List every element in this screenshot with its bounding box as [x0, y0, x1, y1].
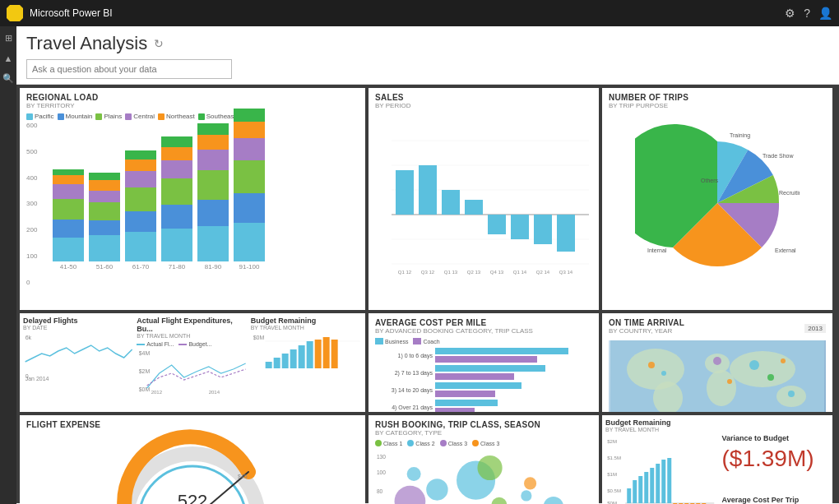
qa-input[interactable] [26, 59, 232, 79]
business-bar-14-20[interactable] [435, 382, 521, 389]
svg-text:Q2 14: Q2 14 [536, 270, 550, 275]
gauge-svg[interactable]: 0 645 522 10k $45 [110, 429, 275, 504]
bubble-1[interactable] [395, 486, 426, 504]
svg-rect-37[interactable] [265, 362, 271, 368]
svg-rect-72[interactable] [650, 468, 654, 503]
bubble-6[interactable] [477, 455, 502, 480]
bar-q1-14[interactable] [511, 215, 529, 239]
stacked-bar-chart[interactable]: 41-5051-6061-7071-8081-9091-100 [49, 122, 359, 274]
variance-label: Variance to Budget [722, 434, 827, 442]
svg-rect-43[interactable] [314, 340, 321, 368]
budget2-svg[interactable]: $2M $1.5M $1M $0.5M $0M ($0.5M) ($1M) [605, 435, 716, 504]
bar-q4-13[interactable] [488, 215, 506, 234]
svg-rect-42[interactable] [306, 341, 313, 368]
dot-7[interactable] [781, 358, 786, 363]
avg-cost-title: Average Cost Per Mile [375, 318, 592, 327]
bar-segment [161, 147, 192, 160]
svg-rect-39[interactable] [281, 354, 288, 368]
svg-rect-44[interactable] [322, 337, 329, 368]
bar-q1-13[interactable] [442, 190, 460, 215]
expenditure-sparkline[interactable]: $4M $2M $0M 2012 2014 [137, 349, 248, 394]
coach-bar-21plus[interactable] [435, 408, 475, 412]
bar-segment [53, 169, 84, 175]
svg-rect-73[interactable] [656, 464, 660, 503]
dot-3[interactable] [713, 357, 721, 365]
bar-group-71-80[interactable] [161, 136, 192, 261]
bubble-5[interactable] [524, 477, 536, 489]
svg-rect-41[interactable] [298, 345, 304, 368]
y-label: 0 [26, 279, 37, 286]
search-icon[interactable]: 🔍 [2, 73, 14, 84]
settings-icon[interactable]: ⚙ [785, 7, 795, 20]
dot-2[interactable] [661, 371, 666, 376]
legend-budget-color [178, 344, 187, 345]
coach-bar-14-20[interactable] [435, 391, 495, 397]
bar-q3-12[interactable] [419, 165, 437, 215]
dot-8[interactable] [788, 391, 795, 397]
pie-chart-svg[interactable]: Training Trade Show Recruiting Others In… [635, 121, 800, 285]
svg-text:6k: 6k [25, 335, 32, 340]
svg-rect-45[interactable] [331, 340, 337, 368]
bar-q1-12[interactable] [396, 170, 414, 215]
nav-icon[interactable]: ▲ [4, 53, 13, 63]
delayed-sparkline[interactable]: 6k 0 Jan 2014 [23, 333, 134, 382]
svg-text:External: External [775, 247, 796, 253]
svg-rect-70[interactable] [638, 476, 642, 503]
bubble-8[interactable] [521, 490, 531, 501]
app-logo [7, 5, 23, 21]
trips-title: Number of Trips [609, 93, 826, 102]
home-icon[interactable]: ⊞ [5, 33, 12, 44]
svg-rect-69[interactable] [633, 480, 637, 503]
variance-mini: Variance to Budget ($1.39M) Average Cost… [719, 418, 830, 504]
dot-4[interactable] [727, 379, 732, 384]
bubble-chart-svg[interactable]: 130 100 80 60 40 20 20 40 50 60 80 minut… [375, 448, 592, 504]
coach-bar-0-6[interactable] [435, 356, 537, 363]
bar-q2-13[interactable] [465, 200, 483, 215]
refresh-icon[interactable]: ↻ [154, 37, 164, 50]
help-icon[interactable]: ? [804, 7, 810, 20]
svg-rect-68[interactable] [627, 488, 631, 503]
dashboard-grid: Regional Load BY TERRITORY PacificMounta… [16, 85, 839, 503]
svg-rect-40[interactable] [290, 349, 296, 368]
second-row-card: Delayed Flights BY DATE 6k 0 Jan 2014 Ac… [20, 313, 365, 412]
bar-group-61-70[interactable] [125, 150, 156, 261]
dot-1[interactable] [648, 362, 655, 368]
bubble-9[interactable] [544, 497, 564, 504]
budget-bar-chart[interactable]: $0M [251, 333, 362, 382]
svg-rect-74[interactable] [661, 460, 665, 503]
svg-rect-75[interactable] [667, 458, 671, 503]
bubble-4[interactable] [491, 497, 507, 504]
svg-rect-38[interactable] [273, 358, 280, 368]
bar-segment [234, 193, 265, 223]
delayed-subtitle: BY DATE [23, 325, 134, 331]
business-bar-7-13[interactable] [435, 365, 545, 372]
budget2-subtitle: BY TRAVEL MONTH [605, 427, 716, 432]
bar-row-21plus: 4) Over 21 days [375, 400, 592, 412]
user-icon[interactable]: 👤 [818, 7, 832, 20]
world-map[interactable]: © 2014 Microsoft Corporation [609, 340, 826, 412]
svg-text:Training: Training [730, 132, 750, 139]
dot-5[interactable] [749, 360, 759, 370]
bar-group-41-50[interactable] [53, 169, 84, 261]
dot-6[interactable] [767, 374, 774, 381]
bar-group-91-100[interactable] [234, 109, 265, 261]
coach-bar-7-13[interactable] [435, 373, 514, 380]
waterfall-chart-svg[interactable]: 300 200 100 0 -100 -200 Q1 12 Q3 12 [392, 116, 589, 276]
bar-group-81-90[interactable] [197, 123, 229, 261]
budget-title: Budget Remaining [251, 317, 362, 325]
bar-q3-14[interactable] [557, 215, 575, 252]
legend-label: Plains [104, 113, 122, 120]
bar-q2-14[interactable] [534, 215, 552, 244]
legend-color [198, 113, 205, 120]
bar-segment [89, 180, 120, 191]
coach-label: Coach [423, 339, 439, 344]
bar-group-51-60[interactable] [89, 173, 120, 261]
business-bar-0-6[interactable] [435, 348, 568, 354]
main-content: Travel Analysis ↻ Regional Load BY TERRI… [16, 26, 839, 504]
actual-subtitle: BY TRAVEL MONTH [137, 333, 248, 339]
business-bar-21plus[interactable] [435, 400, 498, 406]
bar-wrapper: 91-100 [234, 109, 265, 270]
bubble-7[interactable] [407, 467, 421, 481]
svg-rect-71[interactable] [644, 472, 648, 503]
bubble-2[interactable] [426, 479, 447, 500]
